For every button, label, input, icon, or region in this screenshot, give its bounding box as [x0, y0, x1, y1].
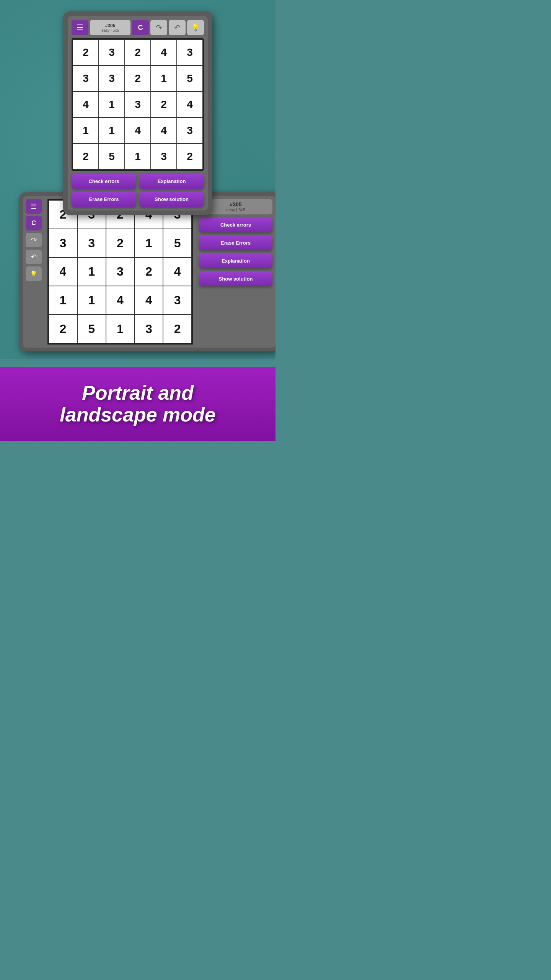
undo-button-landscape[interactable]: ↶: [26, 250, 42, 264]
cell-2-0[interactable]: 4: [73, 91, 99, 118]
erase-errors-button-landscape[interactable]: Erase Errors: [199, 235, 272, 250]
ls-cell-2-0[interactable]: 4: [49, 258, 77, 286]
cell-0-1[interactable]: 3: [99, 39, 125, 65]
cell-3-4[interactable]: 3: [177, 118, 203, 144]
banner-line2: landscape mode: [11, 404, 264, 426]
cell-1-4[interactable]: 5: [177, 65, 203, 91]
banner-line1: Portrait and: [11, 382, 264, 404]
ls-grid-row-4: 2 5 1 3 2: [49, 315, 192, 343]
erase-errors-label-portrait: Erase Errors: [89, 196, 119, 202]
redo-button-landscape[interactable]: ↷: [26, 233, 42, 247]
action-buttons-portrait: Check errors Explanation Erase Errors Sh…: [72, 174, 204, 207]
clear-button-landscape[interactable]: C: [26, 216, 42, 230]
cell-2-1[interactable]: 1: [99, 91, 125, 118]
cell-0-3[interactable]: 4: [151, 39, 177, 65]
grid-row-1: 3 3 2 1 5: [73, 65, 203, 91]
ls-cell-4-2[interactable]: 1: [106, 315, 135, 343]
menu-icon: ☰: [77, 23, 83, 32]
cell-2-3[interactable]: 2: [151, 91, 177, 118]
cell-4-4[interactable]: 2: [177, 144, 203, 170]
grid-portrait: 2 3 2 4 3 3 3 2 1 5 4 1 3 2: [72, 38, 204, 171]
ls-grid-row-3: 1 1 4 4 3: [49, 286, 192, 315]
undo-icon-portrait: ↶: [174, 23, 181, 32]
menu-button-portrait[interactable]: ☰: [72, 20, 88, 35]
clear-button-portrait[interactable]: C: [132, 20, 149, 35]
check-errors-label-landscape: Check errors: [220, 222, 251, 228]
puzzle-subtitle-portrait: easy | 5x5: [101, 28, 119, 33]
cell-4-0[interactable]: 2: [73, 144, 99, 170]
ls-cell-3-4[interactable]: 3: [163, 286, 192, 315]
check-errors-button-landscape[interactable]: Check errors: [199, 217, 272, 232]
ls-grid-row-2: 4 1 3 2 4: [49, 258, 192, 286]
puzzle-info-portrait: #305 easy | 5x5: [90, 20, 130, 35]
erase-errors-button-portrait[interactable]: Erase Errors: [72, 192, 136, 207]
check-errors-label-portrait: Check errors: [88, 178, 119, 184]
ls-cell-1-0[interactable]: 3: [49, 229, 77, 258]
grid-row-0: 2 3 2 4 3: [73, 39, 203, 65]
explanation-button-portrait[interactable]: Explanation: [139, 174, 204, 189]
landscape-inner: ☰ C ↷ ↶ 💡 2 3 2: [23, 196, 276, 348]
menu-button-landscape[interactable]: ☰: [26, 199, 42, 214]
ls-cell-1-4[interactable]: 5: [163, 229, 192, 258]
menu-icon-landscape: ☰: [31, 202, 37, 211]
ls-cell-4-0[interactable]: 2: [49, 315, 77, 343]
grid-landscape: 2 3 2 4 3 3 3 2 1 5 4 1 3 2: [47, 199, 193, 345]
ls-cell-2-4[interactable]: 4: [163, 258, 192, 286]
show-solution-button-landscape[interactable]: Show solution: [199, 271, 272, 286]
hint-button-portrait[interactable]: 💡: [187, 20, 204, 35]
ls-cell-1-3[interactable]: 1: [134, 229, 163, 258]
cell-1-3[interactable]: 1: [151, 65, 177, 91]
portrait-phone: ☰ #305 easy | 5x5 C ↷ ↶ 💡: [63, 11, 212, 215]
hint-icon-portrait: 💡: [191, 23, 200, 32]
erase-errors-label-landscape: Erase Errors: [221, 240, 251, 246]
main-section: ☰ #305 easy | 5x5 C ↷ ↶ 💡: [0, 0, 276, 359]
cell-2-4[interactable]: 4: [177, 91, 203, 118]
show-solution-label-landscape: Show solution: [219, 276, 253, 282]
explanation-button-landscape[interactable]: Explanation: [199, 253, 272, 268]
check-errors-button-portrait[interactable]: Check errors: [72, 174, 136, 189]
right-panel-landscape: #305 easy | 5x5 Check errors Erase Error…: [196, 196, 276, 348]
show-solution-button-portrait[interactable]: Show solution: [139, 192, 204, 207]
ls-cell-2-3[interactable]: 2: [134, 258, 163, 286]
clear-icon-landscape: C: [31, 220, 36, 227]
ls-cell-1-2[interactable]: 2: [106, 229, 135, 258]
ls-cell-1-1[interactable]: 3: [77, 229, 106, 258]
grid-row-2: 4 1 3 2 4: [73, 91, 203, 118]
cell-4-2[interactable]: 1: [125, 144, 151, 170]
explanation-label-landscape: Explanation: [222, 258, 250, 264]
landscape-phone: ☰ C ↷ ↶ 💡 2 3 2: [19, 192, 276, 351]
cell-0-2[interactable]: 2: [125, 39, 151, 65]
redo-button-portrait[interactable]: ↷: [150, 20, 167, 35]
ls-grid-row-1: 3 3 2 1 5: [49, 229, 192, 258]
ls-cell-4-1[interactable]: 5: [77, 315, 106, 343]
cell-0-4[interactable]: 3: [177, 39, 203, 65]
ls-cell-2-2[interactable]: 3: [106, 258, 135, 286]
grid-row-4: 2 5 1 3 2: [73, 144, 203, 170]
cell-1-2[interactable]: 2: [125, 65, 151, 91]
redo-icon-portrait: ↷: [156, 23, 162, 32]
portrait-inner: ☰ #305 easy | 5x5 C ↷ ↶ 💡: [68, 16, 208, 211]
cell-1-1[interactable]: 3: [99, 65, 125, 91]
cell-3-2[interactable]: 4: [125, 118, 151, 144]
ls-cell-4-4[interactable]: 2: [163, 315, 192, 343]
undo-button-portrait[interactable]: ↶: [169, 20, 186, 35]
redo-icon-landscape: ↷: [31, 236, 37, 244]
hint-button-landscape[interactable]: 💡: [26, 266, 42, 281]
ls-cell-3-1[interactable]: 1: [77, 286, 106, 315]
toolbar-portrait: ☰ #305 easy | 5x5 C ↷ ↶ 💡: [72, 20, 204, 35]
cell-3-1[interactable]: 1: [99, 118, 125, 144]
cell-3-0[interactable]: 1: [73, 118, 99, 144]
cell-2-2[interactable]: 3: [125, 91, 151, 118]
ls-cell-3-2[interactable]: 4: [106, 286, 135, 315]
cell-4-1[interactable]: 5: [99, 144, 125, 170]
cell-4-3[interactable]: 3: [151, 144, 177, 170]
ls-cell-3-3[interactable]: 4: [134, 286, 163, 315]
ls-cell-4-3[interactable]: 3: [134, 315, 163, 343]
explanation-label-portrait: Explanation: [158, 178, 186, 184]
cell-1-0[interactable]: 3: [73, 65, 99, 91]
ls-cell-2-1[interactable]: 1: [77, 258, 106, 286]
cell-0-0[interactable]: 2: [73, 39, 99, 65]
ls-cell-3-0[interactable]: 1: [49, 286, 77, 315]
puzzle-number-portrait: #305: [105, 23, 116, 28]
cell-3-3[interactable]: 4: [151, 118, 177, 144]
